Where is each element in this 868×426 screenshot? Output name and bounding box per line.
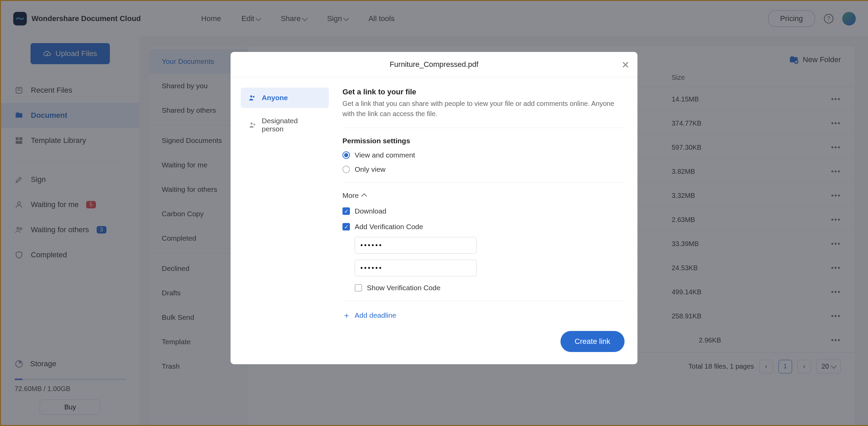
share-link-modal: Furniture_Compressed.pdf ✕ Anyone Design… [231,52,637,364]
get-link-title: Get a link to your file [342,88,625,96]
checkbox-download[interactable]: ✓ Download [342,207,625,215]
get-link-subtitle: Get a link that you can share with peopl… [342,98,625,119]
radio-icon [342,151,350,159]
modal-nav-anyone[interactable]: Anyone [241,88,329,108]
checkbox-icon: ✓ [342,223,350,230]
plus-icon: ＋ [342,310,351,321]
add-deadline-button[interactable]: ＋ Add deadline [342,310,625,321]
radio-icon [342,166,350,173]
close-icon[interactable]: ✕ [622,59,629,71]
chevron-up-icon [361,193,367,199]
checkbox-add-verification[interactable]: ✓ Add Verification Code [342,223,625,231]
permission-settings-title: Permission settings [342,137,625,145]
verification-code-confirm-input[interactable] [355,260,477,276]
svg-point-10 [253,96,255,98]
more-toggle[interactable]: More [342,191,625,200]
modal-overlay: Furniture_Compressed.pdf ✕ Anyone Design… [0,0,868,426]
radio-view-and-comment[interactable]: View and comment [342,151,625,159]
svg-point-11 [251,123,253,125]
verification-code-input[interactable] [355,237,477,254]
user-plus-icon [248,121,256,129]
checkbox-show-verification[interactable]: ✓ Show Verification Code [355,284,625,292]
users-icon [248,94,256,102]
checkbox-icon: ✓ [342,207,350,215]
radio-only-view[interactable]: Only view [342,165,625,173]
svg-point-9 [250,95,252,97]
checkbox-icon: ✓ [355,284,362,292]
modal-nav-designated[interactable]: Designated person [241,111,329,139]
create-link-button[interactable]: Create link [560,331,625,352]
modal-title: Furniture_Compressed.pdf [390,60,478,69]
